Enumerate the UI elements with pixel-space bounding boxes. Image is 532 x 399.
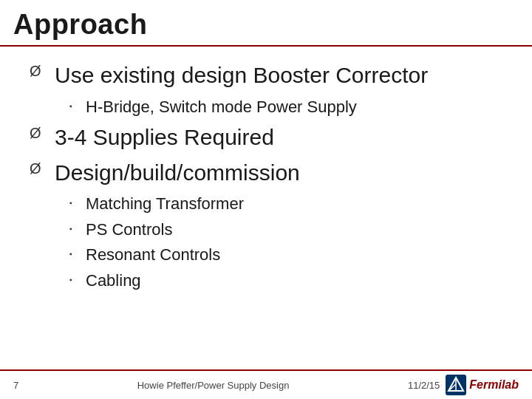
sub-bullet-item-3-4: ▪ Cabling (69, 270, 510, 292)
bullet-item-3: Ø Design/build/commission (30, 159, 510, 187)
bullet-text-1: Use existing design Booster Corrector (55, 61, 428, 89)
sub-bullets-3: ▪ Matching Transformer ▪ PS Controls ▪ R… (69, 194, 510, 291)
bullet-arrow-2: Ø (30, 125, 44, 142)
footer-right: 11/2/15 Fermilab (408, 375, 519, 395)
sub-bullet-marker-3-2: ▪ (69, 225, 77, 233)
sub-bullet-text-1-1: H-Bridge, Switch mode Power Supply (86, 97, 357, 118)
slide: Approach Ø Use existing design Booster C… (0, 0, 532, 399)
fermilab-logo: Fermilab (446, 375, 519, 395)
bullet-text-2: 3-4 Supplies Required (55, 123, 274, 151)
sub-bullet-item-3-1: ▪ Matching Transformer (69, 194, 510, 215)
sub-bullet-text-3-3: Resonant Controls (86, 245, 220, 266)
footer-date: 11/2/15 (408, 380, 440, 391)
sub-bullet-marker-3-4: ▪ (69, 276, 77, 284)
bullet-item-2: Ø 3-4 Supplies Required (30, 123, 510, 151)
fermilab-logo-icon (446, 375, 466, 395)
footer-center-text: Howie Pfeffer/Power Supply Design (18, 380, 408, 391)
sub-bullet-item-3-3: ▪ Resonant Controls (69, 245, 510, 266)
footer-page-number: 7 (13, 380, 18, 391)
sub-bullet-item-3-2: ▪ PS Controls (69, 219, 510, 241)
slide-content: Ø Use existing design Booster Corrector … (0, 47, 532, 369)
sub-bullet-marker-1-1: ▪ (69, 102, 77, 110)
sub-bullet-text-3-1: Matching Transformer (86, 194, 244, 215)
sub-bullet-item-1-1: ▪ H-Bridge, Switch mode Power Supply (69, 97, 510, 118)
bullet-arrow-3: Ø (30, 160, 44, 177)
sub-bullet-text-3-4: Cabling (86, 270, 141, 292)
sub-bullet-marker-3-1: ▪ (69, 199, 77, 207)
bullet-arrow-1: Ø (30, 63, 44, 80)
bullet-text-3: Design/build/commission (55, 159, 300, 187)
slide-header: Approach (0, 0, 532, 47)
slide-footer: 7 Howie Pfeffer/Power Supply Design 11/2… (0, 369, 532, 399)
bullet-item-1: Ø Use existing design Booster Corrector (30, 61, 510, 89)
sub-bullet-marker-3-3: ▪ (69, 250, 77, 258)
fermilab-text: Fermilab (469, 378, 519, 392)
sub-bullets-1: ▪ H-Bridge, Switch mode Power Supply (69, 97, 510, 118)
slide-title: Approach (13, 9, 147, 40)
sub-bullet-text-3-2: PS Controls (86, 219, 172, 241)
